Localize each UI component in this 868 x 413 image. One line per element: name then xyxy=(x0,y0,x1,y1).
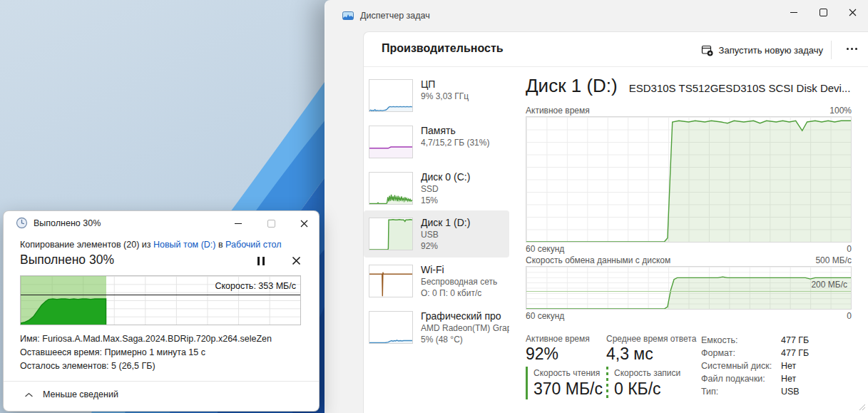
disk1-usage: 92% xyxy=(421,240,509,252)
resize-grip[interactable] xyxy=(857,402,866,411)
minimize-icon xyxy=(790,12,797,13)
disk1-type: USB xyxy=(421,229,509,240)
copy-text-pre: Копирование элементов (20) из xyxy=(20,240,153,250)
tm-titlebar: Диспетчер задач xyxy=(325,0,868,31)
disk-model: ESD310S TS512GESD310S SCSI Disk Devi... xyxy=(629,82,851,94)
disk-title: Диск 1 (D:)ESD310S TS512GESD310S SCSI Di… xyxy=(526,75,850,97)
fewer-details-label: Меньше сведений xyxy=(43,389,118,399)
perf-item-wifi[interactable]: Wi-Fi Беспроводная сеть О: 0 П: 0 кбит/с xyxy=(364,260,509,306)
transfer-x-right: 0 xyxy=(847,311,852,321)
memory-title: Память xyxy=(421,124,509,137)
stat-active-time-label: Активное время xyxy=(526,334,590,344)
cancel-copy-button[interactable] xyxy=(292,256,301,265)
disk1-title: Диск 1 (D:) xyxy=(421,216,509,229)
detail-format-label: Формат: xyxy=(701,348,735,358)
tm-content-panel: Производительность Запустить новую задач… xyxy=(363,31,868,413)
read-speed-bar xyxy=(526,367,528,399)
wifi-traffic: О: 0 П: 0 кбит/с xyxy=(421,287,509,299)
dialog-minimize-button[interactable] xyxy=(228,214,249,233)
write-speed-bar xyxy=(606,367,608,399)
perf-item-disk1[interactable]: Диск 1 (D:) USB 92% xyxy=(364,213,509,259)
speed-reference-line xyxy=(21,295,300,295)
ref-line-200 xyxy=(526,291,851,292)
fewer-details-toggle[interactable]: Меньше сведений xyxy=(25,389,118,399)
wifi-mini-chart xyxy=(369,265,413,297)
cpu-mini-chart xyxy=(369,79,413,112)
close-icon xyxy=(300,220,308,228)
desktop: { "taskmanager": { "titlebar": {"title":… xyxy=(0,0,868,413)
cpu-stats: 9% 3,03 ГГц xyxy=(421,91,509,102)
copy-progress-dialog: Выполнено 30% Копирование элементов (20)… xyxy=(3,210,320,412)
page-title: Производительность xyxy=(382,42,504,55)
task-manager-window: Диспетчер задач Производительность xyxy=(325,0,868,413)
perf-item-memory[interactable]: Память 4,7/15,2 ГБ (31%) xyxy=(364,121,509,167)
gpu-usage: 5% (48 °C) xyxy=(421,334,509,345)
speed-label: Скорость: 353 МБ/с xyxy=(215,281,296,291)
minimize-icon xyxy=(235,223,242,224)
gpu-title: Графический про xyxy=(421,310,509,322)
transfer-x-left: 60 секунд xyxy=(526,311,564,321)
copy-description: Копирование элементов (20) из Новый том … xyxy=(20,240,282,250)
transfer-max-label: 500 МБ/с xyxy=(815,255,852,265)
disk0-type: SSD xyxy=(421,183,509,195)
dialog-title: Выполнено 30% xyxy=(34,218,101,228)
task-manager-app-icon xyxy=(342,10,354,21)
file-name-line: Имя: Furiosa.A.Mad.Max.Saga.2024.BDRip.7… xyxy=(20,334,272,344)
items-remaining-line: Осталось элементов: 5 (26,5 ГБ) xyxy=(20,361,155,371)
wifi-network: Беспроводная сеть xyxy=(421,276,509,287)
pause-button[interactable] xyxy=(257,257,265,265)
copy-speed-chart: Скорость: 353 МБ/с xyxy=(20,275,301,325)
close-icon xyxy=(849,9,857,16)
disk-title-text: Диск 1 (D:) xyxy=(526,75,618,96)
chevron-up-icon xyxy=(25,392,33,397)
window-title: Диспетчер задач xyxy=(360,11,430,21)
gpu-mini-chart xyxy=(369,311,413,344)
maximize-button[interactable] xyxy=(809,3,837,21)
dialog-close-button[interactable] xyxy=(293,214,315,233)
stat-response-value: 4,3 мс xyxy=(606,345,653,364)
active-time-chart-label: Активное время xyxy=(526,106,590,116)
ref-line-label: 200 МБ/с xyxy=(811,280,847,290)
maximize-icon xyxy=(820,9,827,16)
detail-pagefile-label: Файл подкачки: xyxy=(701,374,765,384)
perf-item-gpu[interactable]: Графический про AMD Radeon(TM) Graph 5% … xyxy=(364,307,509,352)
dialog-divider xyxy=(4,381,319,382)
progress-heading: Выполнено 30% xyxy=(20,253,114,267)
minimize-button[interactable] xyxy=(780,3,808,21)
dialog-maximize-button xyxy=(260,214,282,233)
stat-write-label: Скорость записи xyxy=(614,368,680,378)
disk0-title: Диск 0 (C:) xyxy=(421,170,509,183)
source-folder-link[interactable]: Новый том (D:) xyxy=(153,240,216,250)
stat-response-label: Среднее время ответа xyxy=(606,334,696,344)
maximize-icon xyxy=(267,220,275,228)
copy-dialog-clock-icon xyxy=(16,217,28,229)
cpu-title: ЦП xyxy=(421,78,509,91)
perf-item-cpu[interactable]: ЦП 9% 3,03 ГГц xyxy=(364,75,509,121)
transfer-chart: 200 МБ/с xyxy=(526,266,852,310)
detail-capacity-label: Емкость: xyxy=(701,335,737,345)
disk1-detail-pane: Диск 1 (D:)ESD310S TS512GESD310S SCSI Di… xyxy=(526,32,852,413)
detail-systemdisk-value: Нет xyxy=(781,361,796,371)
active-time-x-left: 60 секунд xyxy=(526,244,564,254)
detail-capacity-value: 477 ГБ xyxy=(781,335,809,345)
memory-stats: 4,7/15,2 ГБ (31%) xyxy=(421,137,509,148)
active-time-chart xyxy=(526,116,852,243)
perf-item-disk0[interactable]: Диск 0 (C:) SSD 15% xyxy=(364,168,509,213)
detail-format-value: 477 ГБ xyxy=(781,348,809,358)
gpu-model: AMD Radeon(TM) Graph xyxy=(421,322,509,334)
detail-pagefile-value: Нет xyxy=(781,374,796,384)
memory-mini-chart xyxy=(369,126,413,158)
stat-write-value: 0 КБ/с xyxy=(614,379,661,399)
detail-type-label: Тип: xyxy=(701,387,718,397)
disk0-usage: 15% xyxy=(421,195,509,206)
copy-text-mid: в xyxy=(216,240,226,250)
stat-active-time-value: 92% xyxy=(526,345,558,364)
destination-folder-link[interactable]: Рабочий стол xyxy=(225,240,281,250)
time-remaining-line: Оставшееся время: Примерно 1 минута 15 с xyxy=(20,347,205,357)
disk1-mini-chart xyxy=(369,218,413,250)
detail-systemdisk-label: Системный диск: xyxy=(701,361,772,371)
wifi-title: Wi-Fi xyxy=(421,263,509,276)
active-time-max-label: 100% xyxy=(829,106,852,116)
stat-read-label: Скорость чтения xyxy=(533,368,600,378)
close-button[interactable] xyxy=(838,3,867,21)
